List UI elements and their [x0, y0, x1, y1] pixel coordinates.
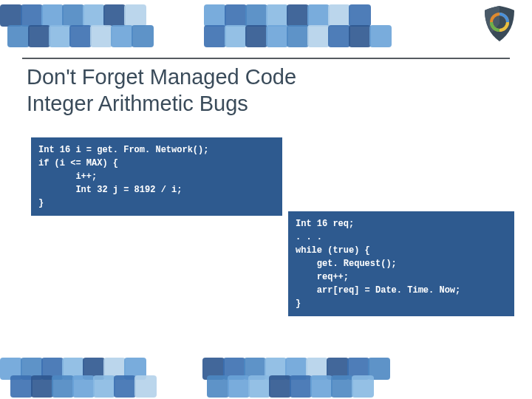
decor-row — [0, 4, 369, 27]
decor-row — [7, 25, 390, 47]
shield-logo-icon — [479, 3, 520, 44]
code-sample-2: Int 16 req; . . . while (true) { get. Re… — [288, 211, 514, 316]
code-sample-1: Int 16 i = get. From. Network(); if (i <… — [31, 137, 282, 216]
title-line-2: Integer Arithmetic Bugs — [27, 92, 248, 115]
decor-row — [10, 375, 372, 398]
top-decor — [0, 0, 532, 35]
slide-title: Don't Forget Managed Code Integer Arithm… — [27, 64, 296, 117]
bottom-decor — [0, 361, 532, 399]
title-divider — [22, 58, 510, 59]
title-line-1: Don't Forget Managed Code — [27, 65, 296, 89]
